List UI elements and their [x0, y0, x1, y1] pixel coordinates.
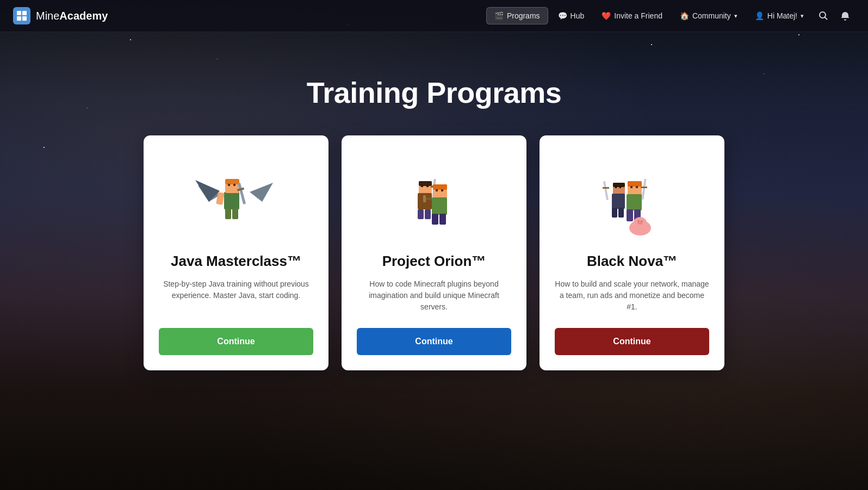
card-image-nova [583, 153, 681, 240]
svg-rect-45 [603, 187, 609, 189]
card-title-nova: Black Nova™ [587, 253, 677, 270]
heart-icon: ❤️ [602, 11, 611, 20]
svg-rect-29 [433, 184, 447, 190]
svg-rect-54 [641, 187, 647, 188]
navbar: MineAcademy 🎬 Programs 💬 Hub ❤️ Invite a… [0, 0, 868, 32]
cards-container: Java Masterclass™ Step-by-step Java trai… [131, 135, 737, 370]
svg-rect-39 [615, 187, 617, 188]
svg-rect-21 [421, 185, 423, 187]
svg-rect-30 [436, 189, 438, 191]
svg-marker-7 [195, 180, 220, 202]
logo-icon [13, 7, 30, 24]
svg-rect-24 [418, 209, 424, 219]
hub-icon: 💬 [558, 11, 567, 20]
card-title-java: Java Masterclass™ [171, 253, 301, 270]
svg-rect-49 [636, 186, 638, 188]
svg-rect-44 [603, 181, 609, 200]
nav-links: 🎬 Programs 💬 Hub ❤️ Invite a Friend 🏠 Co… [486, 6, 855, 26]
card-desc-java: Step-by-step Java training without previ… [159, 278, 313, 313]
character-orion [390, 153, 478, 240]
user-icon: 👤 [755, 11, 764, 20]
continue-button-nova[interactable]: Continue [555, 328, 709, 355]
svg-rect-53 [641, 179, 646, 200]
card-image-java [187, 153, 285, 240]
svg-rect-12 [233, 184, 235, 186]
logo-svg [16, 10, 27, 21]
svg-rect-42 [612, 208, 617, 218]
card-image-orion [385, 153, 483, 240]
notifications-button[interactable] [835, 6, 855, 26]
svg-rect-10 [225, 179, 239, 184]
logo-text: MineAcademy [36, 10, 108, 22]
nav-community[interactable]: 🏠 Community [672, 8, 745, 24]
search-button[interactable] [814, 6, 833, 26]
svg-rect-34 [439, 214, 446, 225]
nav-invite[interactable]: ❤️ Invite a Friend [594, 8, 670, 24]
community-icon: 🏠 [680, 11, 689, 20]
nav-hub[interactable]: 💬 Hub [550, 8, 592, 24]
svg-rect-15 [225, 208, 231, 219]
svg-rect-11 [228, 184, 230, 186]
card-project-orion: Project Orion™ How to code Minecraft plu… [342, 135, 526, 370]
card-title-orion: Project Orion™ [382, 253, 486, 270]
svg-rect-25 [425, 209, 431, 219]
card-java-masterclass: Java Masterclass™ Step-by-step Java trai… [144, 135, 328, 370]
svg-rect-50 [627, 194, 642, 210]
character-java [193, 153, 280, 240]
continue-button-orion[interactable]: Continue [357, 328, 511, 355]
svg-rect-22 [426, 185, 429, 187]
main-content: Training Programs [0, 32, 868, 370]
continue-button-java[interactable]: Continue [159, 328, 313, 355]
character-nova [588, 153, 675, 240]
card-black-nova: Black Nova™ How to build and scale your … [540, 135, 724, 370]
svg-rect-16 [232, 208, 238, 219]
svg-rect-40 [619, 187, 621, 188]
nav-programs[interactable]: 🎬 Programs [486, 7, 548, 24]
card-desc-orion: How to code Minecraft plugins beyond ima… [357, 278, 511, 313]
svg-rect-32 [432, 197, 447, 215]
svg-rect-38 [613, 183, 625, 187]
svg-rect-20 [419, 181, 432, 186]
programs-icon: 🎬 [494, 11, 504, 20]
svg-rect-31 [441, 189, 443, 191]
svg-rect-48 [630, 186, 633, 188]
svg-rect-8 [224, 192, 239, 209]
nav-user[interactable]: 👤 Hi Matej! [747, 8, 811, 24]
svg-rect-3 [22, 16, 27, 21]
svg-point-4 [820, 12, 826, 18]
svg-rect-51 [627, 209, 633, 221]
logo[interactable]: MineAcademy [13, 7, 108, 24]
bell-icon [840, 11, 850, 21]
svg-line-5 [825, 17, 828, 20]
svg-rect-43 [618, 208, 624, 218]
svg-rect-2 [17, 16, 21, 21]
svg-rect-41 [612, 194, 625, 209]
svg-rect-33 [432, 214, 438, 225]
svg-point-61 [637, 221, 643, 225]
card-desc-nova: How to build and scale your network, man… [555, 278, 709, 313]
svg-rect-0 [17, 11, 21, 15]
page-title: Training Programs [307, 76, 562, 109]
svg-marker-18 [250, 183, 273, 202]
svg-rect-36 [423, 195, 426, 202]
svg-rect-47 [628, 181, 642, 187]
svg-rect-1 [22, 11, 27, 15]
search-icon [819, 11, 828, 21]
